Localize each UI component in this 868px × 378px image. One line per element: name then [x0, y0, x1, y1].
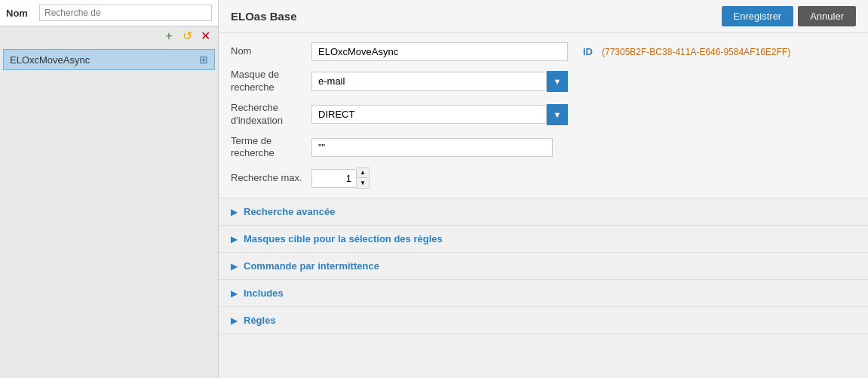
masque-input[interactable]: [311, 72, 547, 91]
form-row-nom: Nom ID (77305B2F-BC38-411A-E646-9584AF16…: [231, 42, 856, 61]
form-row-masque: Masque de recherche ▼: [231, 69, 856, 94]
list-item[interactable]: ELOxcMoveAsync ⊞: [3, 49, 215, 70]
terme-input-wrap: [311, 138, 568, 157]
page-title: ELOas Base: [231, 10, 297, 23]
nom-label: Nom: [231, 45, 302, 58]
accordion-header-3[interactable]: ▶ Includes: [219, 280, 868, 306]
add-icon[interactable]: +: [162, 29, 176, 43]
masque-select-wrap: ▼: [311, 71, 568, 92]
accordion-item-4: ▶ Règles: [219, 307, 868, 334]
max-input[interactable]: [311, 169, 357, 188]
id-label: ID: [583, 46, 593, 57]
recherche-input[interactable]: [311, 105, 547, 124]
accordion-arrow-4: ▶: [231, 315, 238, 326]
accordion-arrow-3: ▶: [231, 288, 238, 299]
save-button[interactable]: Enregistrer: [722, 6, 794, 26]
left-panel: Nom + ↺ ✕ ELOxcMoveAsync ⊞: [0, 0, 219, 378]
masque-label: Masque de recherche: [231, 69, 302, 94]
accordion-item-1: ▶ Masques cible pour la sélection des rè…: [219, 226, 868, 253]
delete-icon[interactable]: ✕: [198, 29, 212, 43]
refresh-icon[interactable]: ↺: [180, 29, 194, 43]
accordion-arrow-1: ▶: [231, 234, 238, 244]
accordion-label-2: Commande par intermittence: [244, 260, 379, 272]
form-row-max: Recherche max. ▲ ▼: [231, 167, 856, 189]
terme-label: Terme de recherche: [231, 135, 302, 161]
form-row-recherche: Recherche d'indexation ▼: [231, 102, 856, 128]
recherche-dropdown-button[interactable]: ▼: [547, 104, 568, 125]
accordion-item-3: ▶ Includes: [219, 280, 868, 307]
accordion-label-3: Includes: [244, 287, 284, 299]
right-header: ELOas Base Enregistrer Annuler: [219, 0, 868, 33]
spinner-up-button[interactable]: ▲: [357, 168, 369, 178]
accordion-label-1: Masques cible pour la sélection des règl…: [244, 233, 443, 244]
list-item-label: ELOxcMoveAsync: [10, 54, 195, 66]
accordion-header-4[interactable]: ▶ Règles: [219, 307, 868, 333]
nom-input[interactable]: [311, 42, 568, 61]
header-buttons: Enregistrer Annuler: [722, 6, 856, 26]
accordion-label-4: Règles: [244, 315, 276, 326]
list-item-icon: ⊞: [199, 54, 208, 66]
accordion-area: ▶ Recherche avancée ▶ Masques cible pour…: [219, 198, 868, 378]
spinner-buttons: ▲ ▼: [357, 167, 370, 189]
search-input[interactable]: [39, 5, 212, 21]
accordion-item-2: ▶ Commande par intermittence: [219, 253, 868, 280]
accordion-arrow-0: ▶: [231, 207, 238, 217]
accordion-header-0[interactable]: ▶ Recherche avancée: [219, 198, 868, 225]
accordion-arrow-2: ▶: [231, 261, 238, 272]
terme-input[interactable]: [311, 138, 553, 157]
form-area: Nom ID (77305B2F-BC38-411A-E646-9584AF16…: [219, 33, 868, 198]
recherche-select-wrap: ▼: [311, 104, 568, 125]
spinner-down-button[interactable]: ▼: [357, 178, 369, 188]
right-panel: ELOas Base Enregistrer Annuler Nom ID (7…: [219, 0, 868, 378]
recherche-label: Recherche d'indexation: [231, 102, 302, 128]
accordion-item-0: ▶ Recherche avancée: [219, 198, 868, 226]
masque-dropdown-button[interactable]: ▼: [547, 71, 568, 92]
list-area: ELOxcMoveAsync ⊞: [0, 46, 218, 378]
form-row-terme: Terme de recherche: [231, 135, 856, 161]
id-value: (77305B2F-BC38-411A-E646-9584AF16E2FF): [602, 47, 790, 57]
accordion-header-2[interactable]: ▶ Commande par intermittence: [219, 253, 868, 279]
cancel-button[interactable]: Annuler: [798, 6, 856, 26]
accordion-label-0: Recherche avancée: [244, 206, 335, 217]
nom-column-header: Nom: [6, 8, 36, 19]
max-label: Recherche max.: [231, 172, 302, 185]
nom-input-wrap: [311, 42, 568, 61]
accordion-header-1[interactable]: ▶ Masques cible pour la sélection des rè…: [219, 226, 868, 252]
left-header: Nom: [0, 0, 218, 26]
max-spinner-wrap: ▲ ▼: [311, 167, 370, 189]
